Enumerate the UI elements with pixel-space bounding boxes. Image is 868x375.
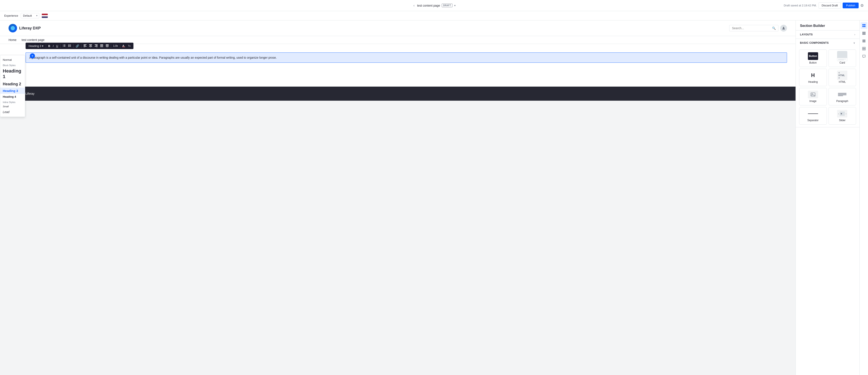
align-center-button[interactable] — [88, 44, 93, 48]
component-image[interactable]: Image — [799, 88, 827, 105]
icon-sidebar — [860, 21, 868, 375]
logo-circle — [8, 24, 17, 32]
main-layout: Normal Block Styles Heading 1 Heading 2 … — [0, 21, 868, 375]
svg-rect-17 — [90, 45, 92, 46]
sidebar-icon-comments[interactable] — [861, 53, 867, 60]
style-heading4[interactable]: Heading 4 — [0, 94, 25, 99]
clear-format-button[interactable]: Tx — [127, 44, 131, 48]
component-html[interactable]: < HTML > HTML — [829, 69, 856, 86]
publish-button[interactable]: Publish — [843, 3, 859, 8]
layouts-label: LAYOUTS — [800, 33, 813, 36]
style-heading2[interactable]: Heading 2 — [0, 81, 25, 88]
svg-rect-56 — [864, 47, 865, 49]
svg-rect-44 — [864, 32, 864, 33]
layouts-arrow-icon: › — [855, 33, 855, 36]
experience-bar: Experience Default Spanish French ▾ en-U… — [0, 11, 868, 21]
svg-rect-15 — [84, 47, 85, 47]
style-heading1[interactable]: Heading 1 — [0, 67, 25, 81]
nav-home[interactable]: Home — [8, 38, 17, 41]
logo-inner — [11, 26, 15, 30]
page-dropdown-button[interactable]: ▾ — [454, 4, 456, 7]
svg-rect-25 — [100, 45, 103, 46]
experience-select[interactable]: Default Spanish French — [21, 13, 39, 18]
align-right-button[interactable] — [94, 44, 99, 48]
draft-saved-text: Draft saved at 2:19:42 PM. — [784, 4, 817, 7]
sidebar-icon-layers[interactable] — [861, 37, 867, 45]
sidebar-icon-blocks[interactable] — [861, 22, 867, 29]
heading-icon: H — [808, 71, 818, 79]
align-spread-button[interactable] — [105, 44, 110, 48]
italic-button[interactable]: I — [52, 44, 55, 48]
svg-rect-58 — [864, 49, 865, 50]
basic-components-arrow-icon: ∨ — [853, 41, 855, 45]
style-heading3[interactable]: Heading 3 — [0, 88, 25, 94]
component-heading[interactable]: H Heading — [799, 69, 827, 86]
sidebar-icon-settings[interactable] — [861, 45, 867, 52]
svg-rect-49 — [863, 34, 863, 35]
page-wrapper: Liferay DXP 🔍 Home test content page — [0, 21, 796, 101]
draft-badge: DRAFT — [442, 4, 452, 7]
underline-button[interactable]: U — [55, 44, 59, 48]
card-label: Card — [839, 61, 845, 64]
card-icon-lines — [837, 58, 847, 61]
right-panel: Section Builder LAYOUTS › BASIC COMPONEN… — [796, 21, 860, 375]
site-footer: Powered By Liferay — [0, 87, 796, 101]
paragraph-icon — [837, 91, 847, 98]
component-slider[interactable]: ‹ › Slider — [829, 107, 856, 124]
slider-next-icon: › — [846, 112, 846, 115]
link-button[interactable]: 🔗 — [74, 44, 80, 48]
user-avatar[interactable] — [780, 25, 787, 32]
discard-draft-button[interactable]: Discard Draft — [818, 2, 841, 8]
style-lead[interactable]: Lead — [0, 109, 25, 115]
svg-text:3: 3 — [63, 46, 63, 47]
card-icon-top — [837, 51, 847, 58]
style-small[interactable]: Small — [0, 104, 25, 109]
component-paragraph[interactable]: Paragraph — [829, 88, 856, 105]
toolbar-divider-2 — [60, 44, 61, 48]
component-card[interactable]: Card — [829, 50, 856, 67]
component-button[interactable]: Button Button — [799, 50, 827, 67]
search-icon: 🔍 — [772, 26, 776, 30]
svg-rect-7 — [69, 45, 71, 45]
logo-text: Liferay DXP — [19, 26, 41, 30]
heading-preview: H — [811, 72, 815, 78]
html-icon: < HTML > — [837, 71, 847, 79]
sidebar-icon-grid[interactable] — [861, 30, 867, 37]
highlight-button[interactable]: A — [121, 44, 126, 48]
svg-rect-50 — [864, 34, 864, 35]
nav-test-page[interactable]: test content page — [22, 38, 44, 41]
top-bar: ‹ test content page DRAFT ▾ Draft saved … — [0, 0, 868, 11]
component-separator[interactable]: Separator — [799, 107, 827, 124]
ordered-list-button[interactable]: 123 — [62, 44, 67, 48]
style-normal[interactable]: Normal — [0, 57, 25, 63]
settings-icon[interactable]: ⚙ — [860, 3, 864, 8]
svg-rect-23 — [96, 47, 98, 47]
svg-rect-45 — [865, 32, 865, 33]
para-line-2 — [838, 94, 846, 94]
button-label: Button — [809, 61, 817, 64]
bold-button[interactable]: B — [47, 44, 51, 48]
inline-styles-label: Inline Styles — [0, 99, 25, 104]
para-line-4 — [838, 95, 843, 96]
html-label: HTML — [839, 80, 846, 83]
heading-style-select[interactable]: Heading 3 ▾ — [27, 44, 45, 48]
slider-prev-icon: ‹ — [838, 112, 839, 115]
slider-icon: ‹ › — [837, 110, 847, 118]
back-button[interactable]: ‹ — [412, 3, 415, 8]
search-input[interactable] — [732, 26, 770, 30]
align-left-button[interactable] — [83, 44, 88, 48]
unordered-list-button[interactable] — [67, 44, 72, 48]
image-label: Image — [809, 99, 816, 103]
line-height-value: 1.0x — [112, 44, 119, 48]
svg-rect-27 — [100, 47, 103, 47]
layouts-section-header[interactable]: LAYOUTS › — [796, 30, 860, 38]
add-content-button[interactable]: + — [30, 53, 35, 58]
align-justify-button[interactable] — [99, 44, 104, 48]
para-line-3 — [838, 95, 846, 95]
svg-rect-42 — [864, 26, 865, 27]
basic-components-header[interactable]: BASIC COMPONENTS ∨ — [796, 39, 860, 47]
para-line-1 — [838, 93, 846, 93]
svg-rect-46 — [863, 33, 863, 34]
paragraph-content[interactable]: A paragraph is a self-contained unit of … — [26, 53, 787, 63]
svg-rect-19 — [90, 47, 91, 47]
